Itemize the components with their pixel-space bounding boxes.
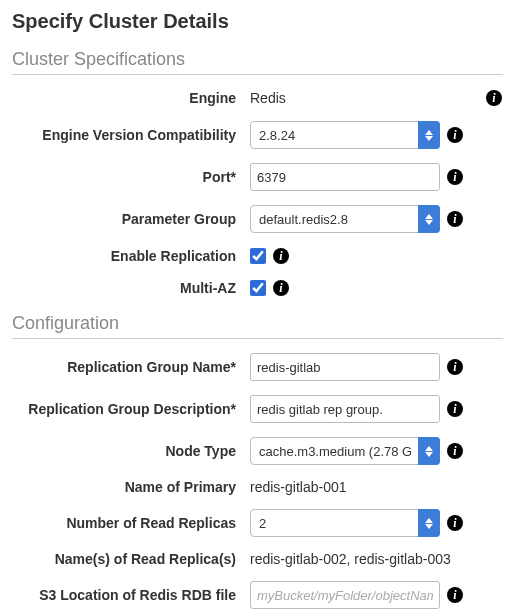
label-rep-group-name: Replication Group Name*: [12, 359, 250, 375]
label-rep-group-desc: Replication Group Description*: [12, 401, 250, 417]
row-engine-version: Engine Version Compatibility 2.8.24 i: [12, 121, 503, 149]
label-read-replicas: Number of Read Replicas: [12, 515, 250, 531]
row-replica-names: Name(s) of Read Replica(s) redis-gitlab-…: [12, 551, 503, 567]
select-parameter-group[interactable]: default.redis2.8: [250, 205, 440, 233]
info-icon[interactable]: i: [446, 210, 464, 228]
value-primary-name: redis-gitlab-001: [250, 479, 347, 495]
info-icon[interactable]: i: [446, 126, 464, 144]
row-rep-group-desc: Replication Group Description* i: [12, 395, 503, 423]
info-icon[interactable]: i: [272, 247, 290, 265]
label-engine-version: Engine Version Compatibility: [12, 127, 250, 143]
info-icon[interactable]: i: [446, 168, 464, 186]
section-cluster-specifications: Cluster Specifications: [12, 49, 503, 75]
input-rep-group-name[interactable]: [250, 353, 440, 381]
section-configuration: Configuration: [12, 313, 503, 339]
row-read-replicas: Number of Read Replicas 2 i: [12, 509, 503, 537]
select-node-type[interactable]: cache.m3.medium (2.78 GB ...: [250, 437, 440, 465]
row-enable-replication: Enable Replication i: [12, 247, 503, 265]
select-engine-version[interactable]: 2.8.24: [250, 121, 440, 149]
row-rep-group-name: Replication Group Name* i: [12, 353, 503, 381]
checkbox-multi-az[interactable]: [250, 280, 266, 296]
label-primary-name: Name of Primary: [12, 479, 250, 495]
input-s3-rdb[interactable]: [250, 581, 440, 609]
label-engine: Engine: [12, 90, 250, 106]
row-primary-name: Name of Primary redis-gitlab-001: [12, 479, 503, 495]
row-s3-rdb: S3 Location of Redis RDB file i: [12, 581, 503, 609]
label-multi-az: Multi-AZ: [12, 280, 250, 296]
page-title: Specify Cluster Details: [12, 10, 503, 33]
row-multi-az: Multi-AZ i: [12, 279, 503, 297]
row-port: Port* i: [12, 163, 503, 191]
row-node-type: Node Type cache.m3.medium (2.78 GB ... i: [12, 437, 503, 465]
input-rep-group-desc[interactable]: [250, 395, 440, 423]
info-icon[interactable]: i: [446, 400, 464, 418]
label-parameter-group: Parameter Group: [12, 211, 250, 227]
info-icon[interactable]: i: [446, 358, 464, 376]
info-icon[interactable]: i: [272, 279, 290, 297]
row-parameter-group: Parameter Group default.redis2.8 i: [12, 205, 503, 233]
row-engine: Engine Redis i: [12, 89, 503, 107]
info-icon[interactable]: i: [446, 442, 464, 460]
checkbox-enable-replication[interactable]: [250, 248, 266, 264]
value-engine: Redis: [250, 90, 286, 106]
input-port[interactable]: [250, 163, 440, 191]
label-node-type: Node Type: [12, 443, 250, 459]
value-replica-names: redis-gitlab-002, redis-gitlab-003: [250, 551, 451, 567]
label-s3-rdb: S3 Location of Redis RDB file: [12, 587, 250, 603]
info-icon[interactable]: i: [446, 586, 464, 604]
label-port: Port*: [12, 169, 250, 185]
info-icon[interactable]: i: [446, 514, 464, 532]
label-enable-replication: Enable Replication: [12, 248, 250, 264]
info-icon[interactable]: i: [485, 89, 503, 107]
select-read-replicas[interactable]: 2: [250, 509, 440, 537]
label-replica-names: Name(s) of Read Replica(s): [12, 551, 250, 567]
